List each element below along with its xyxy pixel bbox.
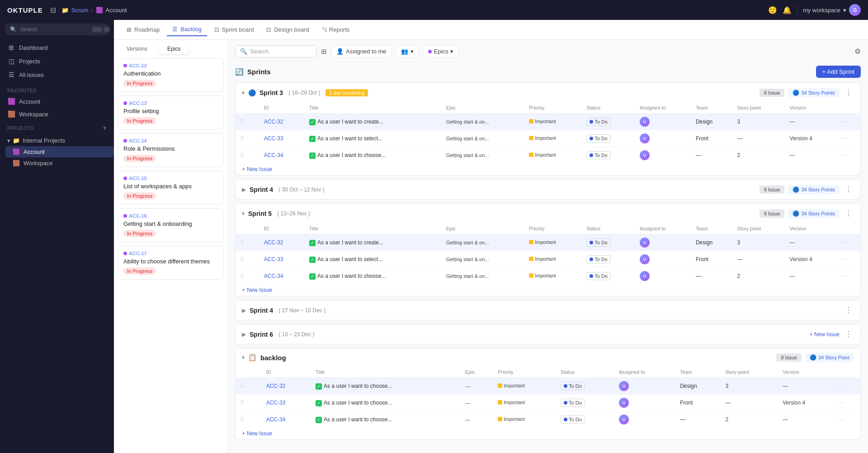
status-badge: To Do xyxy=(561,415,585,424)
sprint-3-toggle[interactable]: ▾ xyxy=(242,90,245,96)
sprint-4b-more-button[interactable]: ⋮ xyxy=(843,305,854,315)
col-priority: Priority xyxy=(524,102,582,114)
team-label: — xyxy=(680,416,685,423)
col-story-point: Story point xyxy=(721,367,778,378)
issue-id-acc34-s5[interactable]: ACC-34 xyxy=(264,273,283,279)
group-icon: 👥 xyxy=(401,48,408,55)
sidebar-item-dashboard[interactable]: ⊞ Dashboard xyxy=(0,41,114,54)
drag-handle[interactable]: ⠿ xyxy=(240,152,244,158)
sidebar-nav: ⊞ Dashboard ◫ Projects ☰ All issues xyxy=(0,39,114,83)
drag-handle[interactable]: ⠿ xyxy=(240,416,244,423)
bell-icon[interactable]: 🔔 xyxy=(783,6,792,14)
sidebar-item-projects[interactable]: ◫ Projects xyxy=(0,54,114,68)
sprint-4b-header[interactable]: ▶ Sprint 4 ( 27 Nov – 10 Dec ) ⋮ xyxy=(236,300,860,320)
row-more-button[interactable]: ⋯ xyxy=(838,416,844,423)
drag-handle[interactable]: ⠿ xyxy=(240,239,244,246)
sprint-5-more-button[interactable]: ⋮ xyxy=(843,208,854,219)
drag-handle[interactable]: ⠿ xyxy=(240,256,244,262)
col-priority: Priority xyxy=(524,223,582,234)
issue-id-acc33[interactable]: ACC-33 xyxy=(264,135,283,142)
drag-handle[interactable]: ⠿ xyxy=(240,119,244,125)
search-input[interactable] xyxy=(20,26,88,33)
issue-id-acc34-bl[interactable]: ACC-34 xyxy=(266,416,286,423)
sidebar-toggle[interactable]: ⊟ xyxy=(50,6,56,14)
team-label: — xyxy=(696,152,701,158)
sprint-3-more-button[interactable]: ⋮ xyxy=(843,87,854,98)
sidebar-item-account[interactable]: 🟪 Account xyxy=(5,146,114,157)
col-status: Status xyxy=(556,367,614,378)
backlog-search[interactable]: 🔍 Search xyxy=(235,45,316,57)
issue-id-acc32[interactable]: ACC-32 xyxy=(264,119,283,125)
epic-id-acc17: ACC-17 xyxy=(129,251,147,256)
epic-tag: — xyxy=(465,383,470,389)
row-more-button[interactable]: ⋯ xyxy=(840,135,847,142)
row-more-button[interactable]: ⋯ xyxy=(838,399,844,406)
epics-filter-button[interactable]: Epics ▾ xyxy=(423,45,459,57)
issue-id-acc34[interactable]: ACC-34 xyxy=(264,152,283,158)
drag-handle[interactable]: ⠿ xyxy=(240,400,244,406)
sidebar-item-all-issues[interactable]: ☰ All issues xyxy=(0,68,114,81)
epic-tag: Getting start & on... xyxy=(446,240,489,245)
team-label: Front xyxy=(696,256,708,262)
backlog-toggle[interactable]: ▾ xyxy=(242,354,245,361)
sprint-4b-toggle[interactable]: ▶ xyxy=(242,307,246,314)
group-by-button[interactable]: 👥 ▾ xyxy=(396,45,419,57)
sprint-4a-more-button[interactable]: ⋮ xyxy=(843,184,854,195)
sprint-4a-header[interactable]: ▶ Sprint 4 ( 30 Oct – 12 Nov ) 8 Issue 🔵… xyxy=(236,180,860,199)
sprint-3-count: 8 Issue xyxy=(760,89,784,97)
sidebar-fav-workspace[interactable]: 🟫 Workspace xyxy=(0,108,114,120)
assigned-to-me-button[interactable]: 👤 Assigned to me xyxy=(331,45,392,57)
sprint-3-new-issue[interactable]: + New Issue xyxy=(236,163,860,175)
row-more-button[interactable]: ⋯ xyxy=(838,382,844,390)
sprint-6-header[interactable]: ▶ Sprint 6 ( 10 – 23 Dec ) + New Issue ⋮ xyxy=(236,324,860,344)
filter-icon[interactable]: ⊞ xyxy=(321,48,327,56)
sprint-3-header[interactable]: ▾ 🔵 Sprint 3 ( 16–29 Oct ) 1 day remaini… xyxy=(236,83,860,102)
smile-icon[interactable]: 🙂 xyxy=(768,6,777,14)
favorites-label: Favorites xyxy=(0,83,114,95)
team-label: Design xyxy=(696,119,712,125)
settings-icon[interactable]: ⚙ xyxy=(854,47,861,56)
tab-reports[interactable]: ◹ Reports xyxy=(316,24,355,36)
drag-handle[interactable]: ⠿ xyxy=(240,273,244,279)
issue-id-acc33-s5[interactable]: ACC-33 xyxy=(264,256,283,262)
tab-sprint-board[interactable]: ⊡ Sprint board xyxy=(209,24,259,36)
sprint-6-more-button[interactable]: ⋮ xyxy=(843,329,854,339)
drag-handle[interactable]: ⠿ xyxy=(240,135,244,142)
backlog-new-issue[interactable]: + New Issue xyxy=(236,428,860,439)
status-dot xyxy=(590,257,593,261)
sprint-5-header[interactable]: ▾ Sprint 5 ( 13–26 Nov ) 8 Issue 🔵 34 St… xyxy=(236,204,860,223)
sprint-6-new-issue[interactable]: + New Issue xyxy=(810,331,840,338)
issue-id-acc32-bl[interactable]: ACC-32 xyxy=(266,383,286,389)
sidebar-item-workspace[interactable]: 🟫 Workspace xyxy=(5,157,114,169)
tab-backlog[interactable]: ☰ Backlog xyxy=(167,23,207,36)
tab-versions[interactable]: Versions xyxy=(118,43,156,54)
sprint-6-toggle[interactable]: ▶ xyxy=(242,331,246,338)
row-more-button[interactable]: ⋯ xyxy=(840,272,847,280)
issue-id-acc32-s5[interactable]: ACC-32 xyxy=(264,239,283,246)
sprint-4a-points: 🔵 34 Story Points xyxy=(788,185,840,194)
tab-design-board[interactable]: ⊡ Design board xyxy=(261,24,314,36)
workspace-switcher[interactable]: my workspace ▾ G xyxy=(803,4,861,16)
breadcrumb-project[interactable]: Scrum xyxy=(71,7,89,14)
row-more-button[interactable]: ⋯ xyxy=(840,239,847,246)
sidebar-fav-account[interactable]: 🟪 Account xyxy=(0,95,114,108)
row-more-button[interactable]: ⋯ xyxy=(840,152,847,159)
sprint-4a-toggle[interactable]: ▶ xyxy=(242,186,246,193)
tab-epics[interactable]: Epics xyxy=(158,43,189,54)
col-story-point: Story point xyxy=(733,102,785,114)
sidebar-group-internal-projects[interactable]: ▾ 📁 Internal Projects xyxy=(0,135,114,146)
sidebar-search[interactable]: 🔍 CtrlK xyxy=(5,24,108,35)
row-more-button[interactable]: ⋯ xyxy=(840,256,847,263)
assignee-avatar: U xyxy=(640,117,650,127)
assignee-avatar: U xyxy=(619,398,629,408)
issue-id-acc33-bl[interactable]: ACC-33 xyxy=(266,400,286,406)
add-sprint-button[interactable]: + Add Sprint xyxy=(816,66,861,78)
row-more-button[interactable]: ⋯ xyxy=(840,118,847,125)
sprint-5-toggle[interactable]: ▾ xyxy=(242,210,245,217)
sprints-section-icon: 🔄 xyxy=(235,68,244,76)
add-project-button[interactable]: + xyxy=(103,124,107,132)
drag-handle[interactable]: ⠿ xyxy=(240,383,244,389)
sprint-5-new-issue[interactable]: + New Issue xyxy=(236,284,860,296)
tab-roadmap[interactable]: ⊞ Roadmap xyxy=(121,24,165,36)
epic-title-acc17: Ability to choose different themes xyxy=(123,258,218,265)
